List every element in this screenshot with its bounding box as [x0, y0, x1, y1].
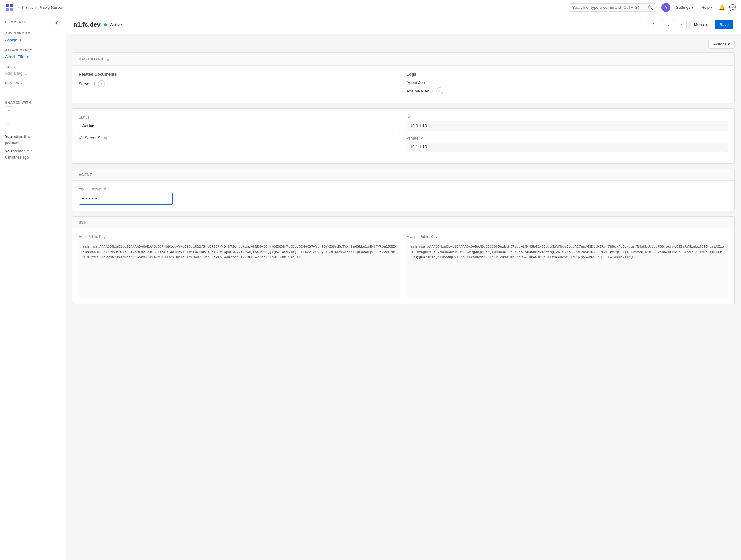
root-key-label: Root Public Key	[79, 235, 400, 239]
password-label: Agent Password	[79, 187, 728, 191]
ssh-two-col: Root Public Key ssh-rsa AAAAB3NzaC1yc2EA…	[79, 235, 728, 297]
status-value: Active	[79, 121, 400, 131]
save-button[interactable]: Save	[715, 20, 734, 29]
activity-item-1: You edited this just now	[5, 134, 61, 146]
ssh-section: SSH Root Public Key ssh-rsa AAAAB3NzaC1y…	[72, 216, 735, 304]
ansible-play-count: 1	[431, 89, 434, 94]
password-field	[79, 192, 173, 205]
status-ip-section: Status Active ✔ Server Setup IP	[72, 109, 735, 164]
dashboard-title: DASHBOARD	[79, 57, 104, 61]
chevron-down-icon: ▾	[691, 5, 694, 10]
attach-file-link[interactable]: Attach File ＋	[5, 54, 61, 60]
server-row: Server 1 ＋	[79, 80, 400, 87]
private-ip-label: Private IP	[407, 136, 728, 140]
tags-label: Tags	[5, 65, 61, 69]
status-ip-body: Status Active ✔ Server Setup IP	[72, 109, 734, 163]
breadcrumb-proxy-server[interactable]: Proxy Server	[38, 5, 64, 10]
sidebar-heart: ♡	[5, 121, 61, 128]
actions-button[interactable]: Actions ▾	[709, 40, 735, 49]
server-label: Server	[79, 81, 90, 86]
main-content: n1.fc.dev Active 🖨 ‹ › Menu ▾ Save Actio…	[66, 15, 741, 560]
page-title: n1.fc.dev	[73, 21, 100, 28]
frappe-key-value[interactable]: ssh-rsa AAAAB3NzaC1yc2EAAAADAQABAABgQC3G…	[407, 241, 728, 297]
agent-section: AGENT Agent Password	[72, 169, 735, 211]
ip-label: IP	[407, 115, 728, 119]
shared-with-label: Shared With	[5, 101, 61, 105]
search-bar[interactable]: 🔍	[568, 3, 656, 12]
logs-col: Logs Agent Job Ansible Play 1 ＋	[407, 72, 728, 97]
status-label: Status	[79, 115, 400, 119]
breadcrumb-press[interactable]: Press	[22, 5, 33, 10]
root-key-value[interactable]: ssh-rsa AAAAB3NzaC1yc2EAAAADAQABAABgQDP4…	[79, 241, 400, 297]
assign-link[interactable]: Assign ＋	[5, 37, 61, 43]
add-server-button[interactable]: ＋	[98, 80, 105, 87]
status-group: Status Active ✔ Server Setup	[79, 115, 400, 152]
server-setup-label: Server Setup	[85, 135, 109, 140]
search-input[interactable]	[572, 5, 646, 10]
private-ip-group: Private IP	[407, 136, 728, 152]
ip-group-col: IP Private IP	[407, 115, 728, 152]
logs-label: Logs	[407, 72, 728, 76]
ip-group: IP	[407, 115, 728, 131]
frappe-key-label: Frappe Public Key	[407, 235, 728, 239]
app-logo[interactable]	[5, 3, 14, 12]
avatar[interactable]: A	[661, 3, 670, 12]
content-wrapper: Comments 0 Assigned To Assign ＋ Attachme…	[0, 15, 741, 560]
server-count: 1	[93, 81, 95, 86]
chat-icon[interactable]: 💬	[729, 4, 736, 11]
add-shared-button[interactable]: ＋	[5, 106, 13, 114]
status-dot	[104, 23, 107, 26]
notifications-icon[interactable]: 🔔	[719, 4, 725, 11]
navbar: › Press › Proxy Server 🔍 A Settings ▾ He…	[0, 0, 741, 15]
navbar-right: A Settings ▾ Help ▾ 🔔 💬	[661, 3, 736, 12]
reviews-label: Reviews	[5, 81, 61, 85]
attachments-label: Attachments	[5, 48, 61, 52]
breadcrumb-sep-2: ›	[35, 5, 37, 10]
status-text: Active	[110, 22, 122, 27]
related-docs-col: Related Documents Server 1 ＋	[79, 72, 400, 97]
ip-input[interactable]	[407, 121, 728, 131]
page-title-area: n1.fc.dev Active	[73, 21, 122, 28]
add-ansible-button[interactable]: ＋	[436, 87, 443, 95]
sidebar-comments: Comments 0	[5, 20, 61, 26]
svg-rect-2	[6, 8, 9, 11]
chevron-down-icon: ▾	[711, 5, 713, 10]
dashboard-body: Related Documents Server 1 ＋ Logs Agent …	[72, 66, 734, 103]
breadcrumb-sep-1: ›	[17, 5, 19, 10]
breadcrumb: Press › Proxy Server	[22, 5, 64, 10]
svg-rect-3	[10, 8, 13, 11]
add-review-button[interactable]: ＋	[5, 87, 13, 95]
add-tag-link[interactable]: Add a tag ...	[5, 71, 61, 75]
print-button[interactable]: 🖨	[647, 20, 660, 29]
frappe-key-col: Frappe Public Key ssh-rsa AAAAB3NzaC1yc2…	[407, 235, 728, 297]
agent-job-row: Agent Job	[407, 80, 728, 85]
dashboard-header: DASHBOARD ▲	[72, 53, 734, 66]
sidebar-reviews: Reviews ＋	[5, 81, 61, 95]
status-active-val: Active	[82, 124, 94, 128]
help-button[interactable]: Help ▾	[699, 4, 715, 11]
agent-body: Agent Password	[72, 181, 734, 211]
agent-header: AGENT	[72, 169, 734, 181]
sidebar-tags: Tags Add a tag ...	[5, 65, 61, 75]
dashboard-section: DASHBOARD ▲ Related Documents Server 1 ＋	[72, 52, 735, 104]
comments-count: 0	[54, 20, 61, 25]
actions-bar: Actions ▾	[72, 40, 735, 49]
ssh-title: SSH	[79, 221, 86, 224]
heart-icon[interactable]: ♡	[5, 121, 10, 127]
header-actions: 🖨 ‹ › Menu ▾ Save	[647, 20, 734, 29]
prev-button[interactable]: ‹	[663, 20, 673, 29]
collapse-icon[interactable]: ▲	[106, 56, 110, 61]
next-button[interactable]: ›	[676, 20, 686, 29]
server-setup-row: ✔ Server Setup	[79, 135, 400, 141]
comments-label: Comments	[5, 20, 26, 24]
sidebar: Comments 0 Assigned To Assign ＋ Attachme…	[0, 15, 66, 560]
menu-button[interactable]: Menu ▾	[689, 20, 713, 29]
ssh-body: Root Public Key ssh-rsa AAAAB3NzaC1yc2EA…	[72, 228, 734, 304]
settings-button[interactable]: Settings ▾	[674, 4, 695, 11]
sidebar-activity: You edited this just now You created thi…	[5, 134, 61, 161]
root-key-col: Root Public Key ssh-rsa AAAAB3NzaC1yc2EA…	[79, 235, 400, 297]
inner-content: Actions ▾ DASHBOARD ▲ Related Documents …	[66, 35, 741, 314]
password-input[interactable]	[79, 192, 173, 205]
agent-job-label: Agent Job	[407, 80, 425, 85]
private-ip-input[interactable]	[407, 142, 728, 152]
